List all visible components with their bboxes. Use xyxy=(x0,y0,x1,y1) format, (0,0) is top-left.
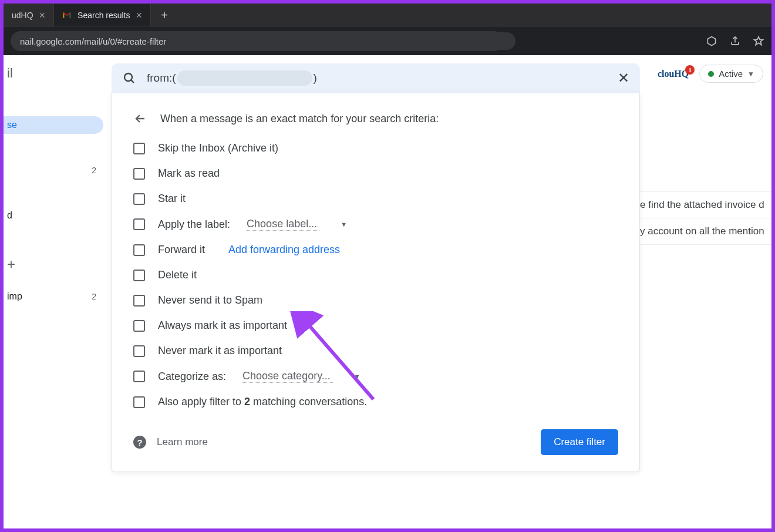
learn-more-link[interactable]: ? Learn more xyxy=(133,436,208,449)
option-label: Always mark it as important xyxy=(158,319,287,332)
checkbox[interactable] xyxy=(133,270,145,281)
option-mark-read[interactable]: Mark as read xyxy=(133,167,618,180)
option-label: Mark as read xyxy=(158,167,220,180)
learn-more-label: Learn more xyxy=(157,436,208,448)
app-content: il se 2 d + imp 2 clouHQ 1 Active ▼ e fi… xyxy=(4,55,771,528)
sidebar-item-compose[interactable]: se xyxy=(4,116,103,134)
option-label: Never send it to Spam xyxy=(158,294,262,307)
checkbox[interactable] xyxy=(133,345,145,357)
browser-address-bar: nail.google.com/mail/u/0/#create-filter xyxy=(4,27,771,55)
label-dropdown[interactable]: Choose label... xyxy=(247,218,319,231)
sidebar-item-label: imp xyxy=(7,291,22,302)
option-also-apply[interactable]: Also apply filter to 2 matching conversa… xyxy=(133,396,618,408)
gmail-favicon-icon xyxy=(62,11,72,20)
sidebar-badge: 2 xyxy=(92,166,96,175)
create-filter-button[interactable]: Create filter xyxy=(541,429,618,455)
panel-heading: When a message is an exact match for you… xyxy=(160,113,439,125)
chevron-down-icon[interactable]: ▼ xyxy=(341,221,347,228)
status-label: Active xyxy=(719,69,743,79)
checkbox[interactable] xyxy=(133,295,145,307)
clear-search-icon[interactable]: ✕ xyxy=(618,70,629,86)
option-skip-inbox[interactable]: Skip the Inbox (Archive it) xyxy=(133,142,618,154)
message-row[interactable]: e find the attached invoice d xyxy=(640,191,775,218)
option-star[interactable]: Star it xyxy=(133,193,618,205)
option-categorize[interactable]: Categorize as: Choose category... ▼ xyxy=(133,370,618,383)
svg-point-0 xyxy=(124,73,132,81)
notification-badge: 1 xyxy=(685,65,695,75)
option-label: Delete it xyxy=(158,269,197,281)
search-bar[interactable]: from:( ) ✕ xyxy=(112,63,640,93)
status-indicator-icon xyxy=(708,71,714,77)
checkbox[interactable] xyxy=(133,218,145,230)
option-label: Star it xyxy=(158,193,186,205)
add-forwarding-address-link[interactable]: Add forwarding address xyxy=(228,244,340,256)
url-text: nail.google.com/mail/u/0/#create-filter xyxy=(20,36,166,46)
search-query: from:( ) xyxy=(147,70,607,86)
back-arrow-icon[interactable] xyxy=(133,112,147,126)
category-dropdown[interactable]: Choose category... xyxy=(242,370,333,383)
gmail-sidebar: il se 2 d + imp 2 xyxy=(4,55,103,334)
browser-tab-1[interactable]: udHQ × xyxy=(4,4,54,26)
search-icon[interactable] xyxy=(122,71,136,85)
option-label: Never mark it as important xyxy=(158,345,282,357)
sidebar-item-inbox[interactable]: 2 xyxy=(4,162,103,179)
new-tab-button[interactable]: + xyxy=(156,6,173,24)
option-never-spam[interactable]: Never send it to Spam xyxy=(133,294,618,307)
url-redacted-region xyxy=(187,32,515,50)
create-filter-panel: When a message is an exact match for you… xyxy=(112,93,640,472)
close-icon[interactable]: × xyxy=(136,9,143,22)
header-right-tools: clouHQ 1 Active ▼ xyxy=(658,65,763,83)
sidebar-item-important[interactable]: imp 2 xyxy=(4,288,103,305)
status-dropdown[interactable]: Active ▼ xyxy=(699,65,763,83)
gmail-logo-fragment: il xyxy=(4,66,103,81)
sidebar-item-label: d xyxy=(7,210,12,221)
checkbox[interactable] xyxy=(133,143,145,154)
option-delete[interactable]: Delete it xyxy=(133,269,618,281)
message-row[interactable]: y account on all the mention xyxy=(640,218,775,245)
option-never-important[interactable]: Never mark it as important xyxy=(133,345,618,357)
tab-title: Search results xyxy=(78,11,130,20)
checkbox[interactable] xyxy=(133,371,145,382)
sidebar-badge: 2 xyxy=(92,292,96,301)
redacted-email-address xyxy=(177,70,312,86)
option-label: Apply the label: xyxy=(158,218,230,231)
option-apply-label[interactable]: Apply the label: Choose label... ▼ xyxy=(133,218,618,231)
sidebar-item-starred[interactable]: d xyxy=(4,207,103,224)
url-input[interactable]: nail.google.com/mail/u/0/#create-filter xyxy=(11,31,504,51)
tab-title: udHQ xyxy=(12,11,33,20)
checkbox[interactable] xyxy=(133,168,145,180)
option-forward[interactable]: Forward it Add forwarding address xyxy=(133,244,618,256)
option-label: Also apply filter to 2 matching conversa… xyxy=(158,396,367,408)
checkbox[interactable] xyxy=(133,320,145,332)
cloudhq-extension-icon[interactable]: clouHQ 1 xyxy=(658,69,689,79)
close-icon[interactable]: × xyxy=(39,9,46,22)
option-label: Skip the Inbox (Archive it) xyxy=(158,142,278,154)
checkbox[interactable] xyxy=(133,396,145,408)
checkbox[interactable] xyxy=(133,193,145,205)
help-icon: ? xyxy=(133,436,146,449)
browser-tab-2[interactable]: Search results × xyxy=(54,4,151,26)
option-always-important[interactable]: Always mark it as important xyxy=(133,319,618,332)
chevron-down-icon[interactable]: ▼ xyxy=(354,373,360,380)
sidebar-item-label: se xyxy=(7,120,17,130)
extension-icon[interactable] xyxy=(706,35,717,47)
star-icon[interactable] xyxy=(753,35,764,47)
browser-tab-strip: udHQ × Search results × + xyxy=(4,4,771,27)
sidebar-add-label-button[interactable]: + xyxy=(4,252,103,276)
option-label: Categorize as: xyxy=(158,371,226,383)
share-icon[interactable] xyxy=(729,35,741,47)
message-list-fragment: e find the attached invoice d y account … xyxy=(640,191,775,245)
chevron-down-icon: ▼ xyxy=(747,70,754,78)
svg-line-1 xyxy=(131,80,134,83)
checkbox[interactable] xyxy=(133,244,145,256)
option-label: Forward it xyxy=(158,244,205,256)
